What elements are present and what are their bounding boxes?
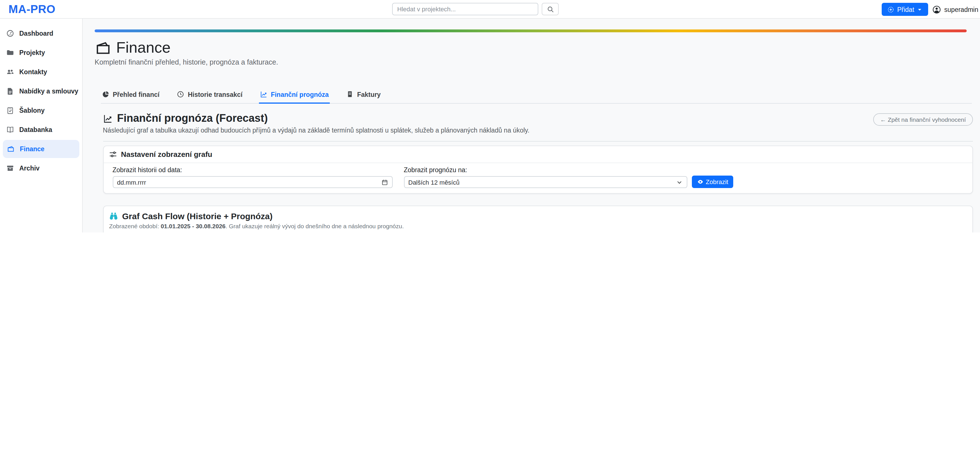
plus-circle-icon xyxy=(888,6,894,13)
chart-period-value: 01.01.2025 - 30.08.2026 xyxy=(161,222,226,229)
forecast-period-label: Zobrazit prognózu na: xyxy=(404,167,687,173)
forecast-heading-row: Finanční prognóza (Forecast) xyxy=(103,112,530,125)
tab-finan-n-progn-za[interactable]: Finanční prognóza xyxy=(259,88,330,103)
dashboard-icon xyxy=(6,29,14,37)
sidebar-item-databanka[interactable]: Databanka xyxy=(0,121,82,139)
sidebar-item-label: Finance xyxy=(20,146,45,152)
clipboard-icon xyxy=(6,106,14,114)
sidebar-item-label: Nabídky a smlouvy xyxy=(19,88,78,95)
forecast-description: Následující graf a tabulka ukazují odhad… xyxy=(103,127,530,134)
sidebar-item-label: Projekty xyxy=(19,49,45,56)
chart-period-note: Zobrazené období: 01.01.2025 - 30.08.202… xyxy=(103,221,972,229)
book-icon xyxy=(6,126,14,134)
chart-settings-header: Nastavení zobrazení grafu xyxy=(103,146,972,163)
page-header: Finance xyxy=(95,39,973,57)
chart-settings-card: Nastavení zobrazení grafu Zobrazit histo… xyxy=(103,146,973,194)
sidebar-item-archiv[interactable]: Archiv xyxy=(0,159,82,177)
tab-label: Faktury xyxy=(357,91,380,98)
page-title: Finance xyxy=(116,39,170,57)
pie-icon xyxy=(102,90,109,98)
history-date-label: Zobrazit historii od data: xyxy=(113,167,392,173)
sliders-icon xyxy=(108,150,117,159)
folder-icon xyxy=(6,49,14,57)
chart-line-icon xyxy=(103,114,113,123)
tab-bar: Přehled financíHistorie transakcíFinančn… xyxy=(101,88,972,104)
sidebar-item-dashboard[interactable]: Dashboard xyxy=(0,24,82,43)
tab-p-ehled-financ-[interactable]: Přehled financí xyxy=(101,88,161,103)
top-right-actions: Přidat superadmin xyxy=(882,3,978,16)
search-input[interactable] xyxy=(392,3,538,15)
app-logo[interactable]: MA-PRO xyxy=(8,3,56,16)
add-button-label: Přidat xyxy=(897,6,914,13)
caret-down-icon xyxy=(917,6,923,12)
tab-label: Historie transakcí xyxy=(188,91,242,98)
show-button-label: Zobrazit xyxy=(706,178,729,185)
eye-icon xyxy=(697,178,703,185)
search-icon xyxy=(547,5,554,13)
page-subtitle: Kompletní finanční přehled, historie, pr… xyxy=(95,58,973,66)
sidebar-item-projekty[interactable]: Projekty xyxy=(0,44,82,62)
sidebar-item-label: Archiv xyxy=(19,165,40,171)
history-date-input[interactable]: dd.mm.rrrr xyxy=(113,176,392,188)
chart-settings-title: Nastavení zobrazení grafu xyxy=(121,150,212,159)
tab-content: Finanční prognóza (Forecast) Následující… xyxy=(95,112,973,233)
archive-icon xyxy=(6,164,14,172)
person-circle-icon xyxy=(932,5,942,14)
divider xyxy=(103,141,973,141)
sidebar-item-nab-dky-a-smlouvy[interactable]: Nabídky a smlouvy xyxy=(0,82,82,100)
forecast-section-header: Finanční prognóza (Forecast) Následující… xyxy=(103,112,973,134)
receipt-icon xyxy=(346,90,353,98)
search-button[interactable] xyxy=(542,3,559,15)
sidebar-item--ablony[interactable]: Šablony xyxy=(0,102,82,119)
tab-faktury[interactable]: Faktury xyxy=(345,88,382,103)
global-search xyxy=(392,3,559,15)
tab-label: Přehled financí xyxy=(113,91,159,98)
calendar-icon[interactable] xyxy=(381,179,388,186)
show-button[interactable]: Zobrazit xyxy=(692,176,733,188)
sidebar: DashboardProjektyKontaktyNabídky a smlou… xyxy=(0,19,83,233)
cashflow-chart-header: Graf Cash Flow (Historie + Prognóza) xyxy=(103,206,972,221)
history-date-field: Zobrazit historii od data: dd.mm.rrrr xyxy=(113,167,392,188)
sidebar-item-label: Databanka xyxy=(19,126,52,133)
tab-historie-transakc-[interactable]: Historie transakcí xyxy=(176,88,243,103)
app-window: MA-PRO Přidat superadmin DashboardProjek… xyxy=(0,0,980,233)
sidebar-item-label: Dashboard xyxy=(19,30,53,37)
cashflow-chart-card: Graf Cash Flow (Historie + Prognóza) Zob… xyxy=(103,206,973,233)
chart-icon xyxy=(260,90,267,98)
people-icon xyxy=(6,68,14,76)
top-bar: MA-PRO Přidat superadmin xyxy=(0,0,980,19)
file-icon xyxy=(6,87,14,95)
sidebar-item-finance[interactable]: Finance xyxy=(3,140,80,158)
user-menu[interactable]: superadmin xyxy=(932,5,978,14)
wallet-icon xyxy=(7,145,15,153)
cashflow-chart-title: Graf Cash Flow (Historie + Prognóza) xyxy=(122,211,272,221)
forecast-period-value: Dalších 12 měsíců xyxy=(408,179,460,186)
sidebar-item-label: Kontakty xyxy=(19,68,47,75)
binoculars-icon xyxy=(108,211,118,221)
chart-settings-body: Zobrazit historii od data: dd.mm.rrrr Zo… xyxy=(103,163,972,193)
clock-icon xyxy=(177,90,185,98)
wallet-icon xyxy=(95,40,111,56)
main-area: Finance Kompletní finanční přehled, hist… xyxy=(83,19,980,233)
back-to-evaluation-button[interactable]: ← Zpět na finanční vyhodnocení xyxy=(873,113,973,126)
chevron-down-icon xyxy=(676,179,682,186)
add-button[interactable]: Přidat xyxy=(882,3,928,16)
tab-label: Finanční prognóza xyxy=(271,91,329,98)
date-placeholder: dd.mm.rrrr xyxy=(117,179,146,186)
forecast-heading: Finanční prognóza (Forecast) xyxy=(117,112,268,125)
forecast-period-select[interactable]: Dalších 12 měsíců xyxy=(404,176,687,188)
sidebar-item-label: Šablony xyxy=(19,107,45,114)
sidebar-item-kontakty[interactable]: Kontakty xyxy=(0,63,82,81)
accent-gradient-bar xyxy=(95,29,966,32)
username: superadmin xyxy=(944,6,978,13)
cashflow-chart: Očekávané kumulativní PŘÍJMYOčekávané ku… xyxy=(103,229,972,233)
forecast-period-field: Zobrazit prognózu na: Dalších 12 měsíců xyxy=(404,167,687,188)
